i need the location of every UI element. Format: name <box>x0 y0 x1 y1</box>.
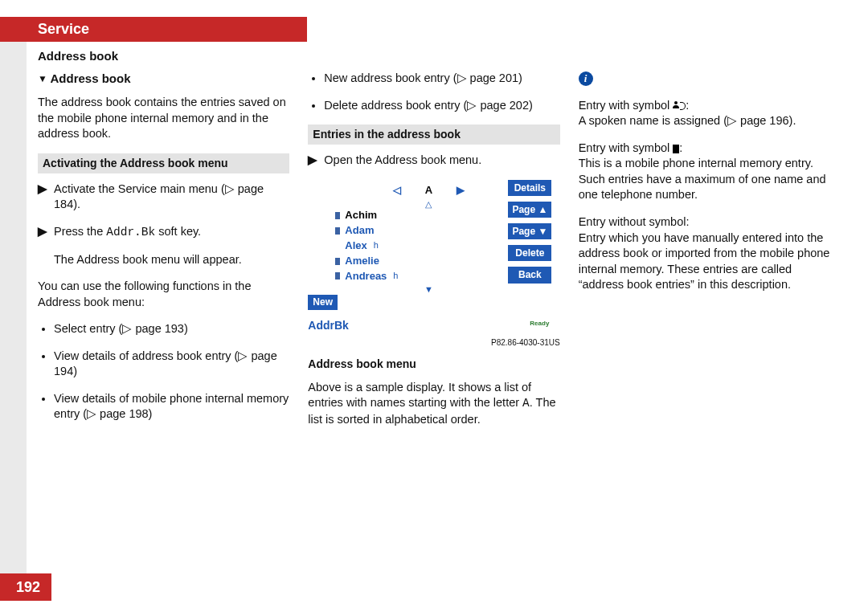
sim-icon <box>335 212 340 219</box>
sim-icon <box>335 272 340 279</box>
sample-description: Above is a sample display. It shows a li… <box>308 380 559 428</box>
functions-intro: You can use the following functions in t… <box>38 279 289 310</box>
service-tab-label: Service <box>38 19 89 39</box>
step2-mono: Addr.Bk <box>106 226 155 239</box>
p3-head: Entry without symbol: <box>579 215 690 228</box>
entry-name: Andreas <box>345 269 387 284</box>
p2-body: This is a mobile phone internal memory e… <box>579 157 826 201</box>
content-columns: ▼ Address book The address book contains… <box>38 71 830 439</box>
h-marker: h <box>374 239 379 252</box>
down-arrow-icon: ▼ <box>308 284 549 295</box>
desc-letter: A <box>522 397 530 410</box>
triangle-down-icon: ▼ <box>38 73 47 84</box>
subhead-text: Address book <box>51 71 131 85</box>
p-no-symbol: Entry without symbol: Entry which you ha… <box>579 214 830 293</box>
soft-row: New <box>308 295 549 311</box>
p-voice-symbol: Entry with symbol : A spoken name is ass… <box>579 98 830 129</box>
p1-body: A spoken name is assigned (▷ page 196). <box>579 114 796 127</box>
step-activate-service: ▶ Activate the Service main menu (▷ page… <box>38 182 289 213</box>
desc-pre: Above is a sample display. It shows a li… <box>308 381 531 410</box>
functions-list: Select entry (▷ page 193) View details o… <box>38 321 289 422</box>
sim-icon <box>335 227 340 235</box>
softkey-new: New <box>308 295 338 309</box>
figure-caption: Address book menu <box>308 357 559 372</box>
list-item: View details of mobile phone internal me… <box>54 391 289 422</box>
step-arrow-icon: ▶ <box>38 182 54 213</box>
step-text: Press the Addr.Bk soft key. <box>54 224 289 241</box>
ready-indicator: Ready <box>530 320 549 328</box>
side-gray-strip <box>0 42 27 598</box>
page-title: Address book <box>38 48 118 64</box>
p1-pre: Entry with symbol <box>579 99 674 112</box>
functions-list-cont: New address book entry (▷ page 201) Dele… <box>308 71 559 113</box>
p2-colon: : <box>679 141 682 154</box>
section-entries: Entries in the address book <box>308 124 559 145</box>
p1-colon: : <box>686 99 689 112</box>
step-press-addrbk: ▶ Press the Addr.Bk soft key. <box>38 224 289 241</box>
page-number: 192 <box>0 573 51 601</box>
p2-pre: Entry with symbol <box>579 141 674 154</box>
softkey-addrbk: AddrBk <box>308 315 349 333</box>
softkey-page-up: Page ▲ <box>508 202 551 218</box>
entry-name: Alex <box>345 239 366 254</box>
info-icon: i <box>579 71 593 86</box>
left-arrow-icon: ◁ <box>393 183 401 198</box>
step2-pre: Press the <box>54 225 106 238</box>
softkey-delete: Delete <box>508 245 551 261</box>
list-item: View details of address book entry (▷ pa… <box>54 349 289 380</box>
step-text: Activate the Service main menu (▷ page 1… <box>54 182 289 213</box>
p-sim-symbol: Entry with symbol : This is a mobile pho… <box>579 141 830 203</box>
step-result: The Address book menu will appear. <box>54 252 289 268</box>
info-icon-row: i <box>579 71 830 87</box>
softkey-page-down: Page ▼ <box>508 223 551 239</box>
part-number: P82.86-4030-31US <box>308 337 559 349</box>
entry-name: Amelie <box>345 254 379 269</box>
step-arrow-icon: ▶ <box>308 153 324 169</box>
column-1: ▼ Address book The address book contains… <box>38 71 289 439</box>
p3-body: Entry which you have manually entered in… <box>579 231 830 292</box>
list-item: Select entry (▷ page 193) <box>54 321 289 337</box>
softkey-back: Back <box>508 267 551 283</box>
section-subhead: ▼ Address book <box>38 71 289 87</box>
column-2: New address book entry (▷ page 201) Dele… <box>308 71 559 439</box>
column-3: i Entry with symbol : A spoken name is a… <box>579 71 830 439</box>
service-tab: Service <box>0 17 307 42</box>
softkey-details: Details <box>508 180 551 196</box>
step-open-addrbk: ▶ Open the Address book menu. <box>308 153 559 169</box>
title-bar: Address book <box>0 48 307 64</box>
step-text: Open the Address book menu. <box>324 153 559 169</box>
section-activating: Activating the Address book menu <box>38 153 289 173</box>
h-marker: h <box>393 270 398 283</box>
sim-icon <box>335 258 340 265</box>
voice-tag-icon <box>673 101 686 111</box>
display-screenshot: Details Page ▲ Page ▼ Delete Back ◁ A ▶ … <box>308 180 549 335</box>
entry-name: Adam <box>345 223 374 239</box>
step2-post: soft key. <box>155 225 201 238</box>
entry-name: Achim <box>345 208 377 223</box>
selected-letter: A <box>425 183 432 198</box>
list-item: New address book entry (▷ page 201) <box>324 71 559 87</box>
softkey-column: Details Page ▲ Page ▼ Delete Back <box>508 180 551 284</box>
intro-paragraph: The address book contains the entries sa… <box>38 95 289 142</box>
right-arrow-icon: ▶ <box>457 183 465 198</box>
step-arrow-icon: ▶ <box>38 224 54 241</box>
list-item: Delete address book entry (▷ page 202) <box>324 98 559 114</box>
